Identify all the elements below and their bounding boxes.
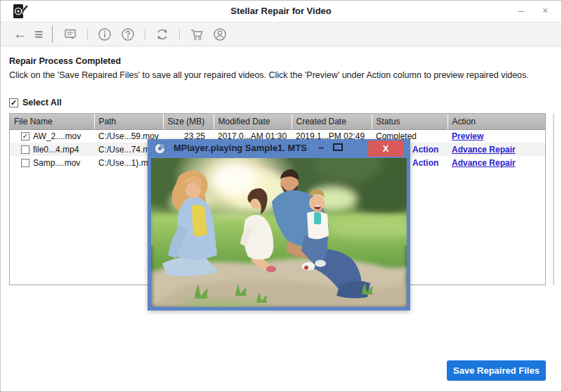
app-window: Stellar Repair for Video – × ← ≡ (0, 0, 562, 392)
refresh-icon[interactable] (155, 27, 170, 42)
file-name: Samp....mov (33, 158, 80, 168)
mplayer-window[interactable]: MPlayer.playing Sample1. MTS – X (148, 139, 410, 311)
mplayer-close-button[interactable]: X (368, 141, 403, 157)
mplayer-maximize-button[interactable] (333, 143, 343, 151)
checkbox-checked-icon[interactable]: ✓ (9, 98, 18, 107)
col-created[interactable]: Created Date (292, 114, 372, 129)
toolbar-thin-separator (145, 29, 145, 39)
col-size[interactable]: Size (MB) (163, 114, 214, 129)
page-title: Repair Process Completed (9, 56, 121, 66)
col-action[interactable]: Action (447, 114, 546, 129)
account-icon[interactable] (212, 27, 228, 42)
col-status[interactable]: Status (372, 114, 447, 129)
advance-repair-link[interactable]: Advance Repair (452, 145, 516, 155)
toolbar-separator (52, 26, 53, 43)
window-title: Stellar Repair for Video (1, 6, 561, 16)
cart-icon[interactable] (189, 27, 204, 42)
mplayer-video-area[interactable] (151, 158, 407, 307)
toolbar-thin-separator (87, 29, 88, 39)
select-all-label: Select All (22, 98, 62, 107)
menu-icon[interactable]: ≡ (34, 27, 42, 41)
mplayer-titlebar[interactable]: MPlayer.playing Sample1. MTS – X (148, 139, 410, 158)
video-frame-family-picnic (151, 158, 407, 307)
scrollbar-track[interactable] (553, 114, 554, 285)
select-all-checkbox[interactable]: ✓ Select All (9, 98, 62, 107)
mplayer-title: MPlayer.playing Sample1. MTS (174, 143, 307, 153)
save-repaired-files-button[interactable]: Save Repaired Files (447, 360, 546, 381)
table-header-row: File Name Path Size (MB) Modified Date C… (10, 114, 546, 129)
mplayer-icon (154, 143, 166, 155)
titlebar[interactable]: Stellar Repair for Video – × (1, 1, 561, 22)
file-name: AW_2....mov (33, 131, 81, 141)
row-checkbox-checked[interactable]: ✓ (21, 132, 30, 141)
minimize-button[interactable]: – (511, 1, 532, 20)
close-button[interactable]: × (535, 1, 556, 20)
report-flag-icon[interactable] (63, 27, 78, 42)
row-checkbox-unchecked[interactable] (21, 145, 30, 154)
info-icon[interactable] (97, 27, 112, 42)
page-description: Click on the 'Save Repaired Files' to sa… (9, 70, 550, 81)
advance-repair-link[interactable]: Advance Repair (452, 158, 516, 168)
col-path[interactable]: Path (94, 114, 163, 129)
mplayer-minimize-button[interactable]: – (313, 141, 329, 156)
back-icon[interactable]: ← (13, 27, 27, 41)
file-name: file0...4.mp4 (33, 145, 79, 155)
col-file-name[interactable]: File Name (10, 114, 94, 129)
toolbar-thin-separator (179, 29, 180, 39)
help-icon[interactable] (120, 27, 136, 42)
col-modified[interactable]: Modified Date (214, 114, 292, 129)
preview-link[interactable]: Preview (452, 131, 483, 141)
row-checkbox-unchecked[interactable] (21, 159, 30, 167)
toolbar: ← ≡ (1, 22, 561, 46)
